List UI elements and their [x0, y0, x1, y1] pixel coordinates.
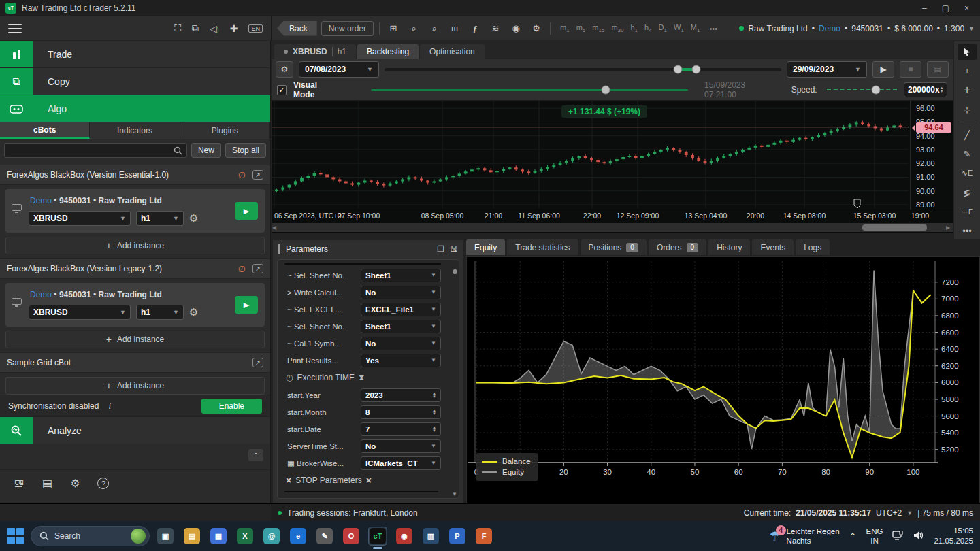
progress-knob-start[interactable] [674, 65, 683, 74]
volume-icon[interactable] [913, 531, 924, 542]
tab-indicators[interactable]: Indicators [90, 122, 180, 139]
share-icon[interactable]: ↗ [252, 264, 263, 273]
wallet-icon[interactable]: ▤ [42, 477, 52, 490]
parameter-select[interactable]: Sheet1▼ [361, 320, 441, 333]
pattern-tool-icon[interactable]: ≶ [958, 184, 977, 201]
equity-chart[interactable]: 7200700068006600640062006000580056005400… [466, 256, 980, 503]
speed-value-spinner[interactable]: 200000x ▲▼ [904, 82, 947, 97]
account-selector[interactable]: Raw Trading Ltd• Demo• 9450031• $ 6 000.… [739, 24, 975, 33]
progress-knob-end[interactable] [691, 65, 700, 74]
enable-sync-button[interactable]: Enable [201, 399, 262, 414]
network-icon[interactable] [892, 531, 904, 542]
visual-mode-checkbox[interactable]: ✓ [277, 85, 287, 95]
cbot-search-input[interactable] [4, 143, 187, 158]
tab-logs[interactable]: Logs [796, 239, 830, 255]
sidebar-item-algo[interactable]: Algo [0, 95, 270, 122]
tab-cbots[interactable]: cBots [0, 122, 90, 139]
taskbar-app-excel[interactable]: X [235, 527, 255, 546]
taskbar-app-p-app[interactable]: P [448, 527, 467, 546]
chart-settings-icon[interactable]: ⚙ [528, 21, 544, 36]
symbol-select[interactable]: XBRUSD▼ [29, 305, 131, 320]
sidebar-item-copy[interactable]: ⧉ Copy [0, 68, 270, 95]
crosshair-snap-tool-icon[interactable]: ✛ [958, 82, 977, 99]
add-instance-button[interactable]: + Add instance [5, 377, 265, 395]
cursor-tool-icon[interactable] [958, 44, 977, 60]
date-from-select[interactable]: 07/08/2023▼ [299, 61, 379, 78]
share-icon[interactable]: ↗ [252, 170, 263, 180]
sound-icon[interactable]: ◁) [210, 23, 219, 34]
info-icon[interactable]: i [108, 401, 111, 412]
scroll-left-icon[interactable]: ◀ [272, 224, 279, 231]
cloud-off-icon[interactable]: ∅ [238, 170, 246, 180]
new-order-button[interactable]: New order [321, 21, 374, 36]
play-button[interactable]: ▶ [872, 61, 894, 78]
tray-chevron-icon[interactable]: ⌃ [849, 531, 857, 541]
minimize-button[interactable]: – [922, 3, 927, 13]
taskbar-app-stats-app[interactable]: ▥ [421, 527, 440, 546]
cbot-row[interactable]: ForexAlgos BlackBox (Version Essential-1… [0, 165, 270, 185]
taskbar-search[interactable]: Search [31, 526, 150, 546]
parameter-select[interactable]: No▼ [361, 337, 441, 350]
parameter-select[interactable]: Sheet1▼ [361, 269, 441, 282]
layers-icon[interactable]: ≋ [487, 21, 504, 36]
cbot-row[interactable]: ForexAlgos BlackBox (Version Legacy-1.2)… [0, 258, 270, 279]
speed-slider[interactable] [827, 89, 897, 90]
layout-icon[interactable]: ⊞ [385, 21, 402, 36]
timeframe-m30[interactable]: m30 [611, 23, 623, 33]
chart-scrollbar[interactable]: ◀ ▶ [272, 223, 953, 232]
back-button[interactable]: Back [277, 21, 317, 36]
add-instance-button[interactable]: + Add instance [5, 331, 265, 348]
timeframe-select[interactable]: h1▼ [136, 211, 184, 226]
taskbar-app-opera-browser[interactable]: O [342, 527, 361, 546]
taskbar-app-system-app[interactable]: ▣ [156, 527, 175, 546]
elliott-wave-tool-icon[interactable]: ∿E [958, 165, 977, 182]
menu-icon[interactable] [8, 24, 22, 33]
language-switcher[interactable]: ENGIN [866, 527, 883, 546]
taskbar-app-calculator-app[interactable]: ▦ [209, 527, 228, 546]
parameter-stepper[interactable]: 8▲▼ [361, 405, 441, 419]
scroll-right-icon[interactable]: ▶ [946, 224, 953, 231]
search-highlight-image[interactable] [131, 529, 146, 544]
taskbar-app-red-browser[interactable]: ◉ [395, 527, 414, 546]
parameter-select[interactable]: No▼ [361, 286, 441, 299]
chart-type-icon[interactable]: ıı̇ı [446, 21, 463, 36]
taskbar-app-edge-browser[interactable]: e [289, 527, 308, 546]
start-cbot-button[interactable]: ▶ [235, 202, 258, 220]
parameter-select[interactable]: EXCEL_File1▼ [361, 303, 441, 316]
fibonacci-tool-icon[interactable]: ⋯F [958, 203, 977, 220]
more-tools-icon[interactable]: ••• [958, 223, 977, 239]
crosshair-tool-icon[interactable]: ＋ [958, 63, 977, 79]
backtest-progress-slider[interactable] [385, 68, 781, 71]
popout-panel-icon[interactable]: ❐ [437, 244, 444, 254]
visual-speed-slider[interactable] [371, 89, 688, 91]
stop-all-button[interactable]: Stop all [225, 143, 266, 158]
tab-optimisation[interactable]: Optimisation [420, 44, 485, 59]
help-icon[interactable]: ? [97, 478, 109, 489]
search-input[interactable] [9, 146, 174, 155]
scroll-up-icon[interactable]: ▲ [452, 246, 457, 252]
parameter-select[interactable]: No▼ [361, 439, 441, 453]
language-button[interactable]: EN [248, 24, 263, 33]
parameter-select[interactable]: ICMarkets_CT▼ [361, 456, 441, 470]
cbot-row[interactable]: Sample Grid cBot↗ [0, 352, 270, 373]
trendline-tool-icon[interactable]: ╱ [958, 127, 977, 143]
sidebar-item-trade[interactable]: Trade [0, 41, 270, 68]
taskbar-app-ctrader[interactable]: cT [368, 527, 387, 546]
zoom-out-icon[interactable]: ⌕ [406, 21, 422, 36]
report-save-icon[interactable]: ▤ [927, 61, 949, 78]
visual-slider-knob[interactable] [602, 86, 610, 95]
timeframe-h4[interactable]: h4 [644, 23, 652, 33]
share-icon[interactable]: ↗ [252, 358, 263, 367]
timeframe-select[interactable]: h1▼ [136, 305, 184, 320]
draw-pencil-tool-icon[interactable]: ✎ [958, 146, 977, 162]
windows-layout-icon[interactable]: ⧉ [192, 22, 199, 34]
parameters-scrollbar[interactable]: ▲ ▼ [450, 246, 459, 497]
tab-equity[interactable]: Equity [466, 239, 505, 255]
tab-plugins[interactable]: Plugins [180, 122, 270, 139]
new-cbot-button[interactable]: New [191, 143, 221, 158]
parameter-select[interactable]: Yes▼ [361, 354, 441, 367]
visibility-icon[interactable]: ◉ [508, 21, 524, 36]
timezone-select[interactable]: UTC+2 [876, 508, 902, 518]
close-button[interactable]: × [964, 3, 969, 13]
tab-backtesting[interactable]: Backtesting [357, 44, 419, 59]
